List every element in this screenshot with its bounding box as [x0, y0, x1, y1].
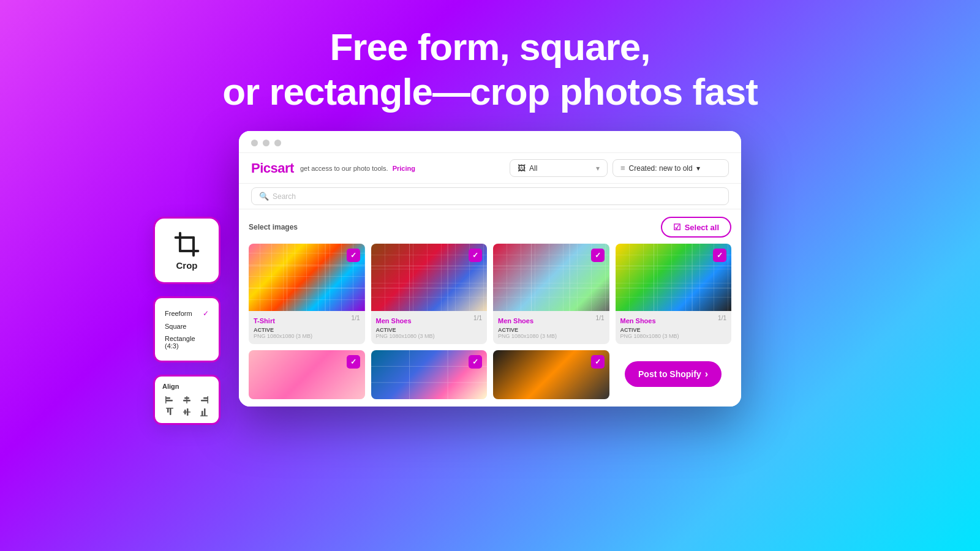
gallery-item-shoes1[interactable]: ✓ Men Shoes 1/1 ACTIVE PNG 1080x1080 (3 … — [371, 244, 488, 344]
gallery-area: Select images ☑ Select all — [239, 209, 741, 407]
browser-dot-1 — [251, 140, 258, 146]
filter-label: All — [529, 164, 537, 173]
shoes1-meta: PNG 1080x1080 (3 MB) — [376, 333, 483, 339]
filter-dropdown[interactable]: 🖼 All ▾ — [510, 159, 608, 177]
filter-chevron-icon: ▾ — [596, 164, 600, 173]
pink-check-badge: ✓ — [347, 355, 360, 369]
align-bottom-icon — [199, 407, 209, 417]
svg-rect-0 — [180, 238, 194, 251]
search-icon: 🔍 — [259, 192, 269, 201]
svg-rect-15 — [183, 412, 190, 413]
select-all-check-icon: ☑ — [673, 222, 681, 232]
select-all-button[interactable]: ☑ Select all — [661, 217, 731, 238]
align-middle-v-btn[interactable] — [179, 407, 194, 417]
pink-image: ✓ — [249, 350, 365, 399]
shoes2-status: ACTIVE — [498, 327, 605, 333]
align-bottom-btn[interactable] — [197, 407, 211, 417]
search-bar-row: 🔍 Search — [239, 184, 741, 209]
filter-icon: 🖼 — [518, 163, 526, 173]
align-left-btn[interactable] — [162, 395, 177, 405]
svg-rect-6 — [186, 396, 187, 403]
tshirt-check-badge: ✓ — [347, 249, 360, 262]
sort-label: Created: new to old — [629, 164, 693, 173]
crop-label: Crop — [176, 260, 198, 271]
shoes3-meta: PNG 1080x1080 (3 MB) — [620, 333, 727, 339]
align-right-btn[interactable] — [197, 395, 211, 405]
align-top-btn[interactable] — [162, 407, 177, 417]
crop-tool-panel[interactable]: Crop — [153, 217, 221, 284]
tshirt-count: 1/1 — [352, 315, 360, 321]
browser-dot-3 — [274, 140, 281, 146]
gallery-item-pink[interactable]: ✓ — [249, 350, 365, 399]
svg-rect-9 — [208, 396, 209, 403]
person-image: ✓ — [371, 350, 488, 399]
shoes3-check-badge: ✓ — [713, 249, 726, 262]
dark-image: ✓ — [493, 350, 609, 399]
crop-option-square[interactable]: Square — [165, 320, 209, 332]
shoes1-status: ACTIVE — [376, 327, 483, 333]
crop-option-freeform[interactable]: Freeform ✓ — [165, 307, 209, 320]
search-placeholder: Search — [273, 192, 296, 201]
browser-titlebar — [239, 131, 741, 153]
search-bar[interactable]: 🔍 Search — [251, 187, 729, 205]
sort-chevron-icon: ▾ — [696, 164, 700, 173]
shoes2-check-badge: ✓ — [591, 249, 605, 262]
align-center-h-icon — [182, 395, 192, 405]
shoes1-image: ✓ — [371, 244, 488, 311]
svg-rect-17 — [204, 408, 206, 416]
gallery-item-shoes2[interactable]: ✓ Men Shoes 1/1 ACTIVE PNG 1080x1080 (3 … — [493, 244, 609, 344]
gallery-item-dark[interactable]: ✓ — [493, 350, 609, 399]
select-images-label: Select images — [249, 223, 298, 231]
svg-rect-16 — [202, 411, 203, 416]
gallery-header: Select images ☑ Select all — [249, 217, 731, 238]
svg-rect-3 — [165, 396, 167, 403]
app-header: Picsart get access to our photo tools. P… — [239, 153, 741, 184]
align-panel: Align — [153, 375, 221, 425]
select-all-label: Select all — [685, 223, 719, 232]
post-shopify-label: Post to Shopify — [638, 369, 701, 379]
shoes2-count: 1/1 — [596, 315, 605, 321]
shoes3-count: 1/1 — [718, 315, 726, 321]
crop-icon — [173, 231, 200, 258]
person-check-badge: ✓ — [469, 355, 482, 369]
gallery-row-1: ✓ T-Shirt 1/1 ACTIVE PNG 1080x1080 (3 MB… — [249, 244, 731, 344]
tshirt-image: ✓ — [249, 244, 365, 311]
floating-panels: Crop Freeform ✓ Square Rectangle (4:3) A… — [153, 217, 221, 425]
shoes3-status: ACTIVE — [620, 327, 727, 333]
svg-rect-12 — [166, 408, 173, 409]
align-top-icon — [165, 407, 175, 417]
align-label: Align — [162, 383, 211, 390]
gallery-item-person[interactable]: ✓ — [371, 350, 488, 399]
svg-rect-2 — [165, 400, 173, 402]
shoes2-image: ✓ — [493, 244, 609, 311]
shoes2-meta: PNG 1080x1080 (3 MB) — [498, 333, 605, 339]
headline-line2: or rectangle—crop photos fast — [222, 69, 758, 114]
align-left-icon — [165, 395, 175, 405]
shoes3-title: Men Shoes — [620, 317, 656, 324]
tshirt-title: T-Shirt — [254, 317, 275, 324]
pricing-link[interactable]: Pricing — [393, 165, 415, 172]
browser-window: Picsart get access to our photo tools. P… — [239, 131, 741, 407]
post-shopify-arrow-icon: › — [705, 369, 708, 380]
align-middle-v-icon — [182, 407, 192, 417]
freeform-check-icon: ✓ — [203, 309, 209, 318]
crop-options-panel: Freeform ✓ Square Rectangle (4:3) — [153, 296, 221, 362]
gallery-row-2: ✓ ✓ ✓ — [249, 350, 731, 399]
dark-check-badge: ✓ — [591, 355, 605, 369]
sort-dropdown[interactable]: ≡ Created: new to old ▾ — [612, 159, 729, 177]
post-to-shopify-button[interactable]: Post to Shopify › — [625, 361, 722, 387]
svg-rect-18 — [200, 416, 208, 417]
shoes3-image: ✓ — [616, 244, 732, 311]
tshirt-status: ACTIVE — [254, 327, 360, 333]
headline-line1: Free form, square, — [222, 24, 758, 69]
sort-icon: ≡ — [620, 163, 625, 173]
gallery-item-tshirt[interactable]: ✓ T-Shirt 1/1 ACTIVE PNG 1080x1080 (3 MB… — [249, 244, 365, 344]
svg-rect-8 — [201, 400, 208, 402]
gallery-item-shoes3[interactable]: ✓ Men Shoes 1/1 ACTIVE PNG 1080x1080 (3 … — [616, 244, 732, 344]
align-center-h-btn[interactable] — [179, 395, 194, 405]
row2-last-cell: Post to Shopify › — [616, 350, 732, 399]
nav-access-text: get access to our photo tools. Pricing — [300, 165, 415, 172]
browser-dot-2 — [263, 140, 270, 146]
crop-option-rectangle[interactable]: Rectangle (4:3) — [165, 332, 209, 352]
tshirt-meta: PNG 1080x1080 (3 MB) — [254, 333, 360, 339]
